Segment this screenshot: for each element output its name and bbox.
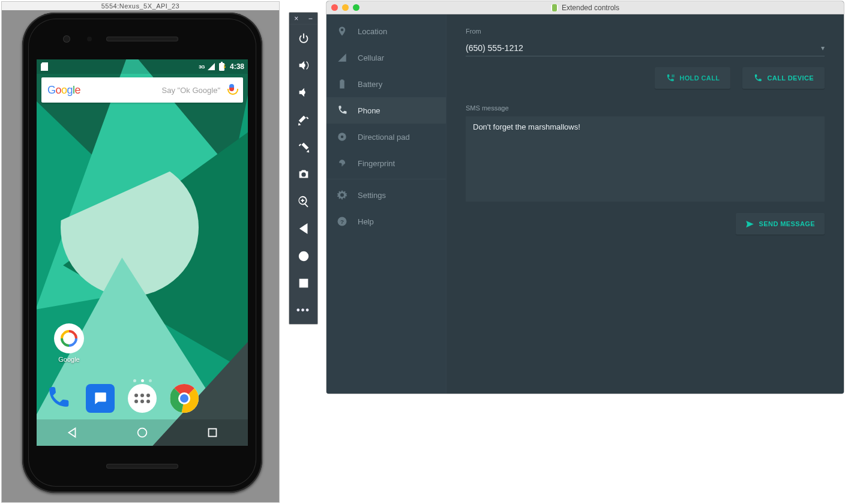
sdcard-icon — [40, 62, 49, 71]
extended-main-phone: From ▾ HOLD CALL CALL DEVICE SMS message — [447, 14, 844, 394]
nav-back-icon[interactable] — [65, 426, 79, 439]
home-app-label: Google — [58, 356, 79, 363]
device-frame: 3G ⚡ 4:38 Google Say "Ok Google" — [22, 13, 262, 493]
toolbar-screenshot-icon[interactable] — [289, 161, 317, 188]
sidebar-item-label: Phone — [358, 106, 380, 115]
emulator-toolbar: × − ••• — [289, 12, 318, 325]
device-speaker — [106, 464, 178, 469]
signal-icon — [207, 62, 215, 71]
toolbar-more-icon[interactable]: ••• — [289, 297, 317, 324]
sidebar-item-label: Fingerprint — [358, 159, 395, 168]
settings-icon — [336, 189, 348, 201]
sidebar-item-label: Directional pad — [358, 133, 410, 142]
emulator-title: 5554:Nexus_5X_API_23 — [101, 2, 179, 10]
from-value[interactable] — [466, 43, 821, 53]
emulator-window: 5554:Nexus_5X_API_23 3G — [1, 1, 280, 503]
chrome-app-icon[interactable] — [170, 384, 199, 413]
window-zoom-icon[interactable] — [353, 4, 359, 11]
cellular-icon — [336, 52, 348, 64]
call-device-label: CALL DEVICE — [767, 74, 814, 82]
nav-home-icon[interactable] — [136, 426, 149, 439]
toolbar-rotate-right-icon[interactable] — [289, 133, 317, 160]
svg-rect-1 — [209, 429, 217, 437]
sidebar-item-settings[interactable]: Settings — [326, 182, 446, 208]
sidebar-item-location[interactable]: Location — [326, 18, 446, 44]
emulator-titlebar[interactable]: 5554:Nexus_5X_API_23 — [2, 2, 279, 10]
sidebar-item-label: Location — [358, 27, 387, 36]
nav-recents-icon[interactable] — [206, 426, 219, 439]
device-proximity — [87, 37, 92, 41]
network-type: 3G — [199, 64, 205, 70]
toolbar-power-icon[interactable] — [289, 25, 317, 52]
extended-controls-window: Extended controls Location Cellular Batt… — [326, 1, 844, 394]
call-device-button[interactable]: CALL DEVICE — [742, 67, 825, 89]
svg-rect-3 — [299, 279, 307, 287]
sidebar-item-help[interactable]: ? Help — [326, 208, 446, 235]
window-close-icon[interactable] — [331, 4, 338, 11]
sidebar-item-label: Help — [358, 217, 374, 226]
send-message-button[interactable]: SEND MESSAGE — [736, 213, 825, 235]
emulator-body: 3G ⚡ 4:38 Google Say "Ok Google" — [2, 10, 279, 502]
send-message-label: SEND MESSAGE — [759, 220, 815, 227]
favorites-tray — [37, 377, 248, 419]
navigation-bar — [37, 419, 248, 446]
from-dropdown[interactable]: ▾ — [466, 40, 825, 56]
location-icon — [336, 25, 348, 37]
fingerprint-icon — [336, 157, 348, 169]
toolbar-overview-icon[interactable] — [289, 269, 317, 296]
voice-search-icon[interactable] — [226, 84, 237, 96]
clock: 4:38 — [230, 62, 244, 71]
device-camera — [63, 35, 70, 43]
toolbar-home-icon[interactable] — [289, 242, 317, 269]
sms-label: SMS message — [466, 104, 825, 112]
svg-point-0 — [138, 428, 147, 437]
status-bar[interactable]: 3G ⚡ 4:38 — [37, 59, 248, 74]
dropdown-arrow-icon: ▾ — [821, 44, 825, 52]
toolbar-volume-up-icon[interactable] — [289, 52, 317, 79]
sidebar-item-label: Battery — [358, 80, 382, 89]
help-icon: ? — [336, 215, 348, 227]
toolbar-close-icon[interactable]: × — [294, 13, 298, 25]
sms-message-input[interactable] — [466, 116, 825, 202]
toolbar-rotate-left-icon[interactable] — [289, 106, 317, 133]
phone-icon — [336, 104, 348, 116]
search-placeholder: Say "Ok Google" — [162, 86, 220, 95]
toolbar-minimize-icon[interactable]: − — [308, 13, 313, 25]
sidebar-item-cellular[interactable]: Cellular — [326, 44, 446, 71]
toolbar-back-icon[interactable] — [289, 215, 317, 242]
hold-call-label: HOLD CALL — [679, 74, 720, 82]
extended-titlebar[interactable]: Extended controls — [326, 1, 844, 14]
phone-app-icon[interactable] — [43, 384, 72, 413]
dpad-icon — [336, 131, 348, 143]
svg-text:?: ? — [340, 218, 344, 225]
sidebar-item-phone[interactable]: Phone — [326, 97, 446, 124]
battery-icon: ⚡ — [218, 62, 226, 71]
svg-point-5 — [341, 136, 344, 139]
toolbar-zoom-icon[interactable] — [289, 188, 317, 215]
extended-sidebar: Location Cellular Battery Phone Directio… — [326, 14, 447, 394]
google-search-bar[interactable]: Google Say "Ok Google" — [41, 77, 243, 103]
home-app-google[interactable]: Google — [51, 323, 87, 363]
toolbar-volume-down-icon[interactable] — [289, 79, 317, 106]
messenger-app-icon[interactable] — [86, 384, 115, 413]
sidebar-item-fingerprint[interactable]: Fingerprint — [326, 150, 446, 176]
hold-call-button[interactable]: HOLD CALL — [655, 67, 730, 89]
extended-title: Extended controls — [562, 4, 619, 12]
device-earpiece — [106, 37, 178, 41]
from-label: From — [466, 28, 825, 35]
sidebar-item-label: Cellular — [358, 53, 384, 62]
sidebar-item-label: Settings — [358, 191, 386, 200]
extended-title-icon — [551, 4, 558, 11]
app-drawer-icon[interactable] — [128, 384, 157, 413]
sidebar-item-battery[interactable]: Battery — [326, 71, 446, 97]
device-screen[interactable]: 3G ⚡ 4:38 Google Say "Ok Google" — [37, 59, 248, 446]
google-app-icon — [57, 326, 81, 350]
sidebar-item-dpad[interactable]: Directional pad — [326, 124, 446, 150]
battery-icon — [336, 78, 348, 90]
window-minimize-icon[interactable] — [342, 4, 349, 11]
google-logo: Google — [47, 84, 80, 97]
svg-point-2 — [299, 251, 308, 260]
